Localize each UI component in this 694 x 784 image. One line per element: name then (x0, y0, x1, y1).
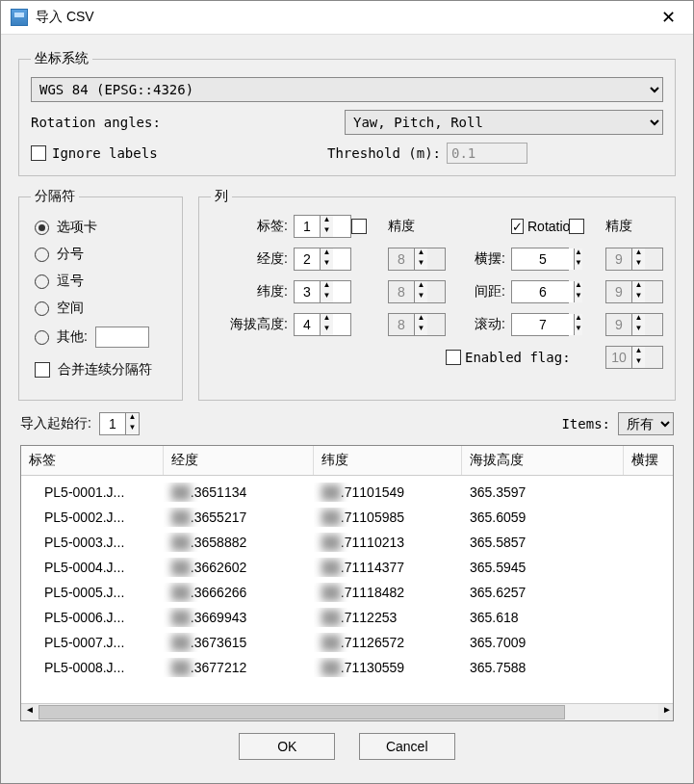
col-alt-prec-spin: ▲▼ (388, 313, 446, 336)
columns-legend: 列 (211, 188, 232, 205)
window-title: 导入 CSV (36, 9, 94, 26)
table-row[interactable]: PL5-0001.J...██.3651134██.71101549365.35… (21, 480, 673, 505)
table-row[interactable]: PL5-0006.J...██.3669943██.7112253365.618 (21, 605, 673, 630)
ignore-labels-checkbox[interactable] (31, 145, 46, 161)
col-alt-spin[interactable]: ▲▼ (294, 313, 351, 336)
coordinate-legend: 坐标系统 (31, 50, 92, 67)
merge-delims-checkbox[interactable] (35, 362, 50, 378)
enabled-flag-checkbox[interactable] (446, 350, 461, 365)
delim-semicolon-radio[interactable] (35, 248, 49, 262)
titlebar: 导入 CSV ✕ (1, 1, 693, 35)
col-yaw-prec-spin: ▲▼ (605, 248, 663, 271)
delimiter-group: 分隔符 选项卡 分号 逗号 空间 其他: 合并连续分隔符 (18, 188, 183, 401)
col-lon-prec-spin: ▲▼ (388, 248, 446, 271)
preview-table: 标签 经度 纬度 海拔高度 横摆 PL5-0001.J...██.3651134… (20, 445, 674, 721)
delim-other-input[interactable] (95, 327, 149, 348)
threshold-label: Threshold (m): (327, 145, 441, 161)
items-label: Items: (561, 416, 610, 431)
delim-other-radio[interactable] (35, 330, 49, 345)
import-from-spin[interactable]: ▲▼ (99, 412, 140, 435)
close-button[interactable]: ✕ (654, 7, 683, 28)
import-from-label: 导入起始行: (20, 415, 91, 432)
table-row[interactable]: PL5-0007.J...██.3673615██.71126572365.70… (21, 630, 673, 655)
col-pitch-spin[interactable]: ▲▼ (511, 280, 569, 303)
ignore-labels-label: Ignore labels (52, 145, 321, 161)
coordinate-system-group: 坐标系统 WGS 84 (EPSG::4326) Rotation angles… (18, 50, 676, 176)
delim-tab-radio[interactable] (35, 221, 49, 235)
rotation-angles-select[interactable]: Yaw, Pitch, Roll (345, 110, 663, 135)
table-row[interactable]: PL5-0003.J...██.3658882██.71110213365.58… (21, 530, 673, 555)
ok-button[interactable]: OK (239, 733, 335, 760)
delim-space-radio[interactable] (35, 301, 49, 316)
col-roll-spin[interactable]: ▲▼ (511, 313, 569, 336)
col-label-spin[interactable]: ▲▼ (294, 215, 351, 238)
threshold-input (447, 143, 527, 164)
table-header: 标签 经度 纬度 海拔高度 横摆 (21, 446, 673, 476)
col-yaw-spin[interactable]: ▲▼ (511, 248, 569, 271)
col-lat-spin[interactable]: ▲▼ (294, 280, 351, 303)
col-prec2-checkbox[interactable] (569, 219, 584, 234)
crs-select[interactable]: WGS 84 (EPSG::4326) (31, 77, 663, 102)
col-prec1-checkbox[interactable] (351, 219, 367, 234)
items-select[interactable]: 所有 (618, 412, 674, 435)
table-row[interactable]: PL5-0005.J...██.3666266██.71118482365.62… (21, 580, 673, 605)
cancel-button[interactable]: Cancel (359, 733, 455, 760)
table-row[interactable]: PL5-0004.J...██.3662602██.71114377365.59… (21, 555, 673, 580)
delim-comma-radio[interactable] (35, 274, 49, 289)
delimiter-legend: 分隔符 (31, 188, 79, 205)
rotation-angles-label: Rotation angles: (31, 115, 339, 130)
col-lon-spin[interactable]: ▲▼ (294, 248, 351, 271)
import-csv-dialog: 导入 CSV ✕ 坐标系统 WGS 84 (EPSG::4326) Rotati… (0, 0, 694, 784)
col-pitch-prec-spin: ▲▼ (605, 280, 663, 303)
columns-group: 列 标签: ▲▼ 精度 Rotation 精度 经度: ▲▼ ▲▼ 横摆: ▲▼ (198, 188, 676, 401)
app-icon (11, 9, 28, 26)
col-rotation-checkbox[interactable] (511, 219, 524, 234)
horizontal-scrollbar[interactable]: ◄► (21, 703, 673, 720)
col-enabled-spin: ▲▼ (605, 346, 663, 369)
col-roll-prec-spin: ▲▼ (605, 313, 663, 336)
col-lat-prec-spin: ▲▼ (388, 280, 446, 303)
table-row[interactable]: PL5-0008.J...██.3677212██.71130559365.75… (21, 655, 673, 680)
table-row[interactable]: PL5-0002.J...██.3655217██.71105985365.60… (21, 505, 673, 530)
